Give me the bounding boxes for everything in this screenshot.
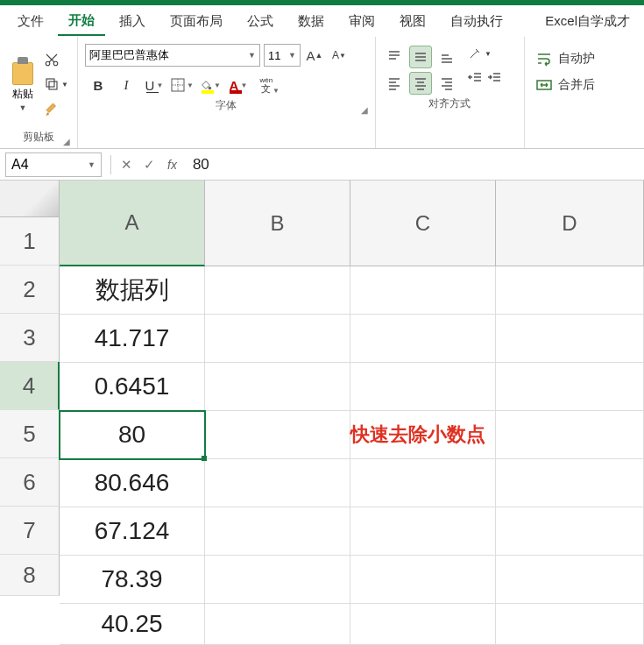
cell-d3[interactable]	[496, 363, 644, 411]
cell-b1[interactable]	[205, 266, 350, 315]
phonetic-char: 文	[261, 84, 271, 94]
decrease-font-button[interactable]: A▼	[329, 45, 350, 66]
cut-button[interactable]	[44, 50, 68, 69]
row-header-6[interactable]: 6	[0, 458, 60, 507]
cell-a3[interactable]: 0.6451	[60, 363, 205, 411]
clipboard-icon	[11, 57, 35, 85]
cancel-formula-button[interactable]: ✕	[115, 153, 138, 176]
decrease-indent-button[interactable]	[467, 70, 483, 86]
fx-icon[interactable]: fx	[167, 158, 177, 172]
row-header-4[interactable]: 4	[0, 362, 60, 410]
merge-center-button[interactable]: 合并后	[535, 72, 595, 98]
chevron-down-icon: ▼	[61, 81, 68, 89]
cell-c8[interactable]	[350, 604, 496, 645]
menu-formulas[interactable]: 公式	[237, 8, 284, 35]
cell-b4[interactable]	[205, 411, 350, 459]
font-size-combo[interactable]: 11 ▼	[264, 44, 301, 67]
cell-b3[interactable]	[205, 363, 350, 411]
group-label-font: 字体	[216, 98, 237, 113]
cell-d1[interactable]	[496, 266, 644, 315]
row-headers: 1 2 3 4 5 6 7 8	[0, 217, 60, 596]
svg-point-5	[209, 87, 211, 89]
col-header-d[interactable]: D	[496, 181, 644, 266]
wrap-text-button[interactable]: 自动护	[535, 46, 595, 72]
cell-c7[interactable]	[350, 556, 496, 604]
cell-a5[interactable]: 80.646	[60, 459, 205, 507]
format-painter-button[interactable]	[44, 99, 68, 118]
menu-review[interactable]: 审阅	[338, 8, 386, 35]
italic-button[interactable]: I	[113, 74, 139, 96]
paste-button[interactable]: 粘贴 ▼	[7, 57, 39, 112]
cell-a4[interactable]: 80	[60, 411, 205, 459]
row-header-2[interactable]: 2	[0, 266, 60, 314]
ribbon-group-clipboard: 粘贴 ▼ ▼ 剪贴板 ◢	[0, 37, 78, 148]
formula-input[interactable]: 80	[184, 156, 644, 174]
align-left-button[interactable]	[383, 72, 406, 95]
cell-c1[interactable]	[350, 266, 496, 315]
font-color-button[interactable]: A ▼	[225, 74, 251, 96]
cell-b7[interactable]	[205, 556, 350, 604]
grid-body[interactable]: 数据列 41.717 0.6451 80 快速去除小数点	[60, 266, 644, 645]
phonetic-button[interactable]: wén 文 ▼	[253, 74, 280, 96]
cell-d5[interactable]	[496, 459, 644, 507]
copy-button[interactable]: ▼	[44, 74, 68, 94]
cell-d4[interactable]	[496, 411, 644, 459]
wrap-text-label: 自动护	[558, 51, 595, 67]
scissors-icon	[44, 52, 60, 67]
cell-a6[interactable]: 67.124	[60, 507, 205, 556]
increase-font-button[interactable]: A▲	[304, 45, 325, 66]
accept-formula-button[interactable]: ✓	[138, 153, 160, 176]
menu-page-layout[interactable]: 页面布局	[159, 8, 233, 35]
cell-c5[interactable]	[350, 459, 496, 507]
col-header-c[interactable]: C	[350, 181, 496, 266]
row-header-3[interactable]: 3	[0, 314, 60, 362]
col-header-a[interactable]: A	[60, 181, 205, 266]
cell-d8[interactable]	[496, 604, 644, 645]
cell-d2[interactable]	[496, 315, 644, 363]
cell-a8[interactable]: 40.25	[60, 604, 205, 645]
row-header-7[interactable]: 7	[0, 507, 60, 555]
increase-indent-button[interactable]	[486, 70, 502, 86]
cell-d6[interactable]	[496, 507, 644, 556]
font-size-value: 11	[268, 49, 280, 62]
account-label[interactable]: Excel自学成才	[538, 8, 637, 35]
font-name-combo[interactable]: 阿里巴巴普惠体 ▼	[85, 44, 260, 67]
cell-b8[interactable]	[205, 604, 350, 645]
cell-c6[interactable]	[350, 507, 496, 556]
fill-color-button[interactable]: ▼	[197, 74, 223, 96]
row-header-8[interactable]: 8	[0, 555, 60, 596]
chevron-down-icon: ▼	[19, 103, 27, 112]
col-header-b[interactable]: B	[205, 181, 350, 266]
cell-c3[interactable]	[350, 363, 496, 411]
align-bottom-button[interactable]	[435, 46, 458, 68]
cell-a1[interactable]: 数据列	[60, 266, 205, 315]
row-header-5[interactable]: 5	[0, 410, 60, 458]
dialog-launcher-icon[interactable]: ◢	[63, 137, 70, 146]
cell-b2[interactable]	[205, 315, 350, 363]
select-all-corner[interactable]	[0, 181, 60, 217]
row-header-1[interactable]: 1	[0, 217, 60, 266]
menu-data[interactable]: 数据	[287, 8, 335, 35]
borders-button[interactable]: ▼	[169, 74, 195, 96]
align-center-button[interactable]	[409, 72, 432, 95]
menu-automate[interactable]: 自动执行	[440, 8, 513, 35]
cell-a2[interactable]: 41.717	[60, 315, 205, 363]
ribbon-group-wrap: 自动护 合并后	[525, 37, 605, 148]
cell-b6[interactable]	[205, 507, 350, 556]
menu-home[interactable]: 开始	[58, 7, 105, 36]
orientation-button[interactable]: ▼	[467, 46, 502, 61]
menu-file[interactable]: 文件	[7, 8, 54, 35]
cell-b5[interactable]	[205, 459, 350, 507]
underline-button[interactable]: U▼	[141, 74, 167, 96]
align-middle-button[interactable]	[409, 46, 432, 68]
name-box[interactable]: A4 ▼	[5, 152, 102, 177]
align-top-button[interactable]	[383, 46, 406, 68]
cell-a7[interactable]: 78.39	[60, 556, 205, 604]
menu-view[interactable]: 视图	[389, 8, 436, 35]
cell-d7[interactable]	[496, 556, 644, 604]
dialog-launcher-icon[interactable]: ◢	[361, 105, 368, 115]
bold-button[interactable]: B	[85, 74, 111, 96]
align-right-button[interactable]	[435, 72, 458, 95]
cell-c2[interactable]	[350, 315, 496, 363]
menu-insert[interactable]: 插入	[109, 8, 156, 35]
